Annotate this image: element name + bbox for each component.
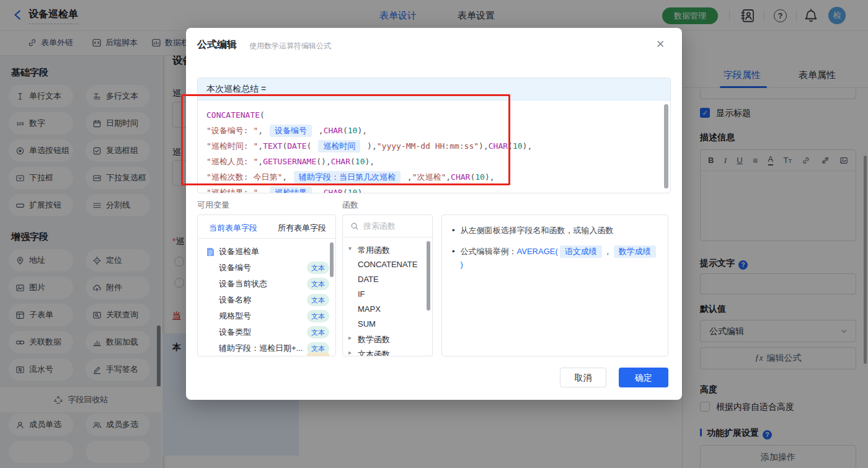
chevron-right-icon: ▸: [348, 349, 352, 356]
formula-token: ,: [282, 172, 292, 182]
formula-token: ,: [258, 157, 263, 166]
help-tip: • 从左侧面板选择字段名和函数，或输入函数: [452, 224, 658, 237]
formula-token: ,: [258, 126, 268, 135]
function-group-label: 常用函数: [358, 245, 390, 256]
field-chip: 巡检时间: [318, 140, 360, 152]
formula-token: 10: [475, 172, 485, 182]
chevron-down-icon: ▾: [348, 245, 352, 252]
variable-root-label: 设备巡检单: [219, 246, 259, 257]
cancel-button[interactable]: 取消: [560, 368, 606, 387]
formula-token: ,: [258, 141, 263, 151]
variable-row[interactable]: 设备类型文本: [198, 324, 335, 340]
variable-row[interactable]: 设备名称文本: [198, 292, 335, 308]
formula-token: CHAR: [324, 126, 343, 135]
formula-token: 10: [513, 141, 523, 151]
function-item-row[interactable]: CONCATENATE: [343, 257, 432, 272]
function-item-row[interactable]: DATE: [343, 272, 432, 287]
tab-all-form-fields[interactable]: 所有表单字段: [278, 223, 326, 234]
formula-token: (),: [316, 157, 330, 166]
function-name: IF: [358, 289, 365, 299]
formula-line: "巡检次数: 今日第", 辅助字段：当日第几次巡检 ,"次巡检",CHAR(10…: [206, 169, 657, 185]
formula-line: CONCATENATE(: [206, 107, 657, 123]
variable-name: 设备当前状态: [219, 278, 267, 289]
functions-label: 函数: [342, 200, 358, 211]
function-name: CONCATENATE: [358, 260, 417, 269]
variable-row[interactable]: 设备当前状态文本: [198, 276, 335, 292]
formula-token: (: [350, 157, 355, 166]
formula-token: (: [343, 126, 348, 135]
variable-root-row[interactable]: 设备巡检单: [198, 244, 335, 260]
formula-token: (: [343, 188, 348, 193]
formula-editor-modal: 公式编辑 使用数学运算符编辑公式 ✕ 本次巡检总结 = CONCATENATE(…: [186, 28, 682, 400]
formula-token: ),: [485, 172, 495, 182]
example-comma: ，: [604, 247, 612, 256]
search-input[interactable]: [363, 221, 423, 231]
function-name: SUM: [358, 319, 376, 329]
formula-token: ,: [314, 188, 324, 193]
formula-token: TEXT: [263, 141, 282, 151]
formula-target-label: 本次巡检总结 =: [198, 78, 670, 100]
variable-row[interactable]: 规格型号文本: [198, 308, 335, 324]
help-tip-text: 从左侧面板选择字段名和函数，或输入函数: [461, 224, 614, 237]
example-label: 公式编辑举例：: [461, 247, 517, 256]
type-badge: 文本: [307, 326, 329, 338]
example-field-chip: 语文成绩: [560, 245, 602, 258]
formula-token: "设备编号: ": [206, 126, 258, 135]
formula-token: CHAR: [489, 141, 508, 151]
example-function: AVERAGE(: [517, 247, 558, 256]
example-close-paren: ): [461, 260, 463, 269]
function-group-row[interactable]: ▸文本函数: [343, 347, 432, 356]
function-group-row[interactable]: ▾常用函数: [343, 242, 432, 257]
formula-token: "次巡检": [412, 172, 446, 182]
field-chip: 巡检结果: [270, 187, 312, 193]
formula-token: (: [307, 141, 317, 151]
formula-token: 10: [348, 188, 358, 193]
close-icon[interactable]: ✕: [656, 38, 665, 51]
function-item-row[interactable]: IF: [343, 287, 432, 302]
formula-token: CHAR: [331, 157, 350, 166]
formula-token: ),: [362, 141, 376, 151]
formula-token: ,: [446, 172, 451, 182]
variables-label: 可用变量: [197, 200, 229, 211]
variable-name: 规格型号: [219, 311, 251, 322]
function-item-row[interactable]: MAPX: [343, 302, 432, 317]
variable-name: 辅助字段：巡检日期+...: [219, 343, 303, 354]
type-badge: 文本: [307, 294, 329, 306]
formula-scrollbar[interactable]: [664, 104, 668, 188]
confirm-button[interactable]: 确定: [619, 368, 668, 387]
bullet: •: [452, 224, 455, 237]
formula-box: 本次巡检总结 = CONCATENATE("设备编号: ", 设备编号 ,CHA…: [197, 77, 671, 193]
formula-editor[interactable]: CONCATENATE("设备编号: ", 设备编号 ,CHAR(10),"巡检…: [198, 100, 670, 193]
variables-scrollbar[interactable]: [330, 242, 334, 277]
modal-subtitle: 使用数学运算符编辑公式: [249, 41, 331, 51]
formula-line: "巡检时间: ",TEXT(DATE( 巡检时间 ),"yyyy-MM-dd H…: [206, 138, 657, 154]
formula-token: ,: [258, 188, 268, 193]
chevron-right-icon: ▸: [348, 334, 352, 341]
clipped-type-badge: [307, 353, 329, 356]
formula-token: ): [357, 188, 362, 193]
formula-token: ),: [523, 141, 533, 151]
formula-token: "巡检结果: ": [206, 188, 258, 193]
formula-line: "巡检人员: ",GETUSERNAME(),CHAR(10),: [206, 154, 657, 169]
field-chip: 设备编号: [270, 125, 312, 137]
formula-token: CHAR: [451, 172, 470, 182]
function-search[interactable]: [343, 215, 432, 237]
variable-name: 设备名称: [219, 294, 251, 306]
formula-line: "巡检结果: ", 巡检结果 ,CHAR(10): [206, 185, 657, 193]
type-badge: 文本: [307, 310, 329, 322]
function-group-row[interactable]: ▸数学函数: [343, 332, 432, 347]
functions-scrollbar[interactable]: [427, 241, 430, 311]
formula-token: ),: [479, 141, 489, 151]
formula-token: "yyyy-MM-dd HH:mm:ss": [377, 141, 479, 151]
formula-token: CHAR: [324, 188, 343, 193]
variables-tabs: 当前表单字段 所有表单字段: [198, 215, 335, 239]
formula-token: (: [260, 110, 265, 120]
variable-row[interactable]: 设备编号文本: [198, 260, 335, 276]
form-doc-icon: [206, 247, 215, 257]
variable-name: 设备类型: [219, 327, 251, 338]
formula-token: (: [508, 141, 513, 151]
bullet: •: [452, 245, 455, 258]
formula-token: ,: [314, 126, 324, 135]
function-item-row[interactable]: SUM: [343, 317, 432, 332]
tab-current-form-fields[interactable]: 当前表单字段: [209, 223, 257, 234]
